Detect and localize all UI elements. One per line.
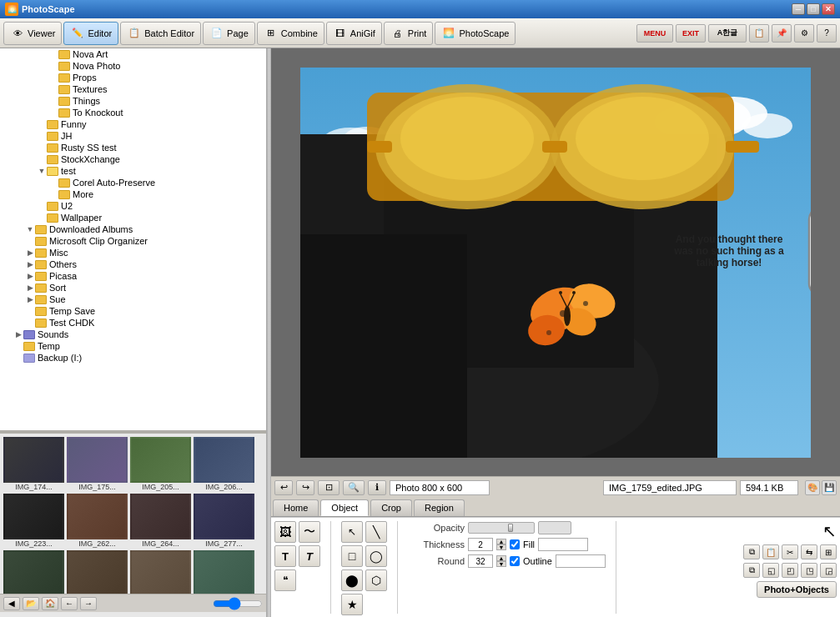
speech-bubble-tool[interactable]: ❝: [274, 569, 296, 591]
editor-button[interactable]: ✏️ Editor: [63, 22, 118, 45]
photoscape-button[interactable]: 🌅 PhotoScape: [435, 22, 516, 45]
redo-button[interactable]: ↪: [296, 480, 314, 495]
thumbnail-item[interactable]: IMG_280...: [3, 550, 64, 594]
tree-item-things[interactable]: Things: [0, 95, 266, 107]
thickness-up[interactable]: ▲: [496, 539, 506, 544]
paste-button[interactable]: 📌: [772, 24, 792, 43]
anigif-button[interactable]: 🎞 AniGif: [326, 22, 382, 45]
thumbnail-item[interactable]: IMG_290...: [67, 550, 128, 594]
viewer-button[interactable]: 👁 Viewer: [3, 22, 62, 45]
tree-item-downloaded-albums[interactable]: ▼ Downloaded Albums: [0, 223, 266, 235]
tree-toggle[interactable]: ▶: [25, 294, 35, 304]
photo-objects-button[interactable]: Photo+Objects: [757, 581, 837, 598]
combine-button[interactable]: ⊞ Combine: [257, 22, 324, 45]
thumb-open[interactable]: 📂: [23, 597, 39, 610]
cut-action-btn[interactable]: ✂: [782, 544, 798, 559]
thumb-forward[interactable]: →: [80, 597, 97, 610]
text-tool[interactable]: T: [274, 545, 296, 567]
thumbnail-item[interactable]: IMG_205...: [130, 437, 191, 491]
flip-action-btn[interactable]: ⇆: [801, 544, 817, 559]
tree-item-wallpaper[interactable]: Wallpaper: [0, 212, 266, 223]
paste-action-btn[interactable]: 📋: [762, 544, 779, 559]
circle-tool[interactable]: ⬤: [341, 569, 363, 591]
batch-editor-button[interactable]: 📋 Batch Editor: [120, 22, 201, 45]
freehand-tool[interactable]: 〜: [299, 521, 320, 543]
action-btn-3[interactable]: ◰: [782, 563, 798, 578]
action-btn-4[interactable]: ◳: [801, 563, 817, 578]
thumbnail-item[interactable]: IMG_174...: [3, 437, 64, 491]
line-tool[interactable]: ╲: [365, 521, 387, 543]
copy-button[interactable]: 📋: [749, 24, 769, 43]
tree-item-backup-i[interactable]: Backup (I:): [0, 352, 266, 364]
color-picker-icon[interactable]: 🎨: [805, 480, 820, 495]
tree-item-more[interactable]: More: [0, 188, 266, 200]
zoom-fit-button[interactable]: ⊡: [318, 480, 340, 495]
thickness-down[interactable]: ▼: [496, 544, 506, 550]
thumbnail-item[interactable]: IMG_175...: [67, 437, 128, 491]
tree-item-sort[interactable]: ▶ Sort: [0, 282, 266, 293]
tab-home[interactable]: Home: [273, 499, 319, 516]
fill-color-picker[interactable]: [538, 538, 588, 551]
thumbnail-item[interactable]: IMG_262...: [67, 494, 128, 548]
tab-region[interactable]: Region: [414, 499, 465, 516]
tree-item-others[interactable]: ▶ Others: [0, 258, 266, 270]
info-button[interactable]: ℹ: [368, 480, 386, 495]
thumbnail-item[interactable]: IMG_277...: [194, 494, 254, 548]
minimize-button[interactable]: ─: [792, 3, 805, 15]
round-input[interactable]: [468, 554, 493, 568]
save-icon[interactable]: 💾: [822, 480, 837, 495]
settings-button[interactable]: ⚙: [794, 24, 814, 43]
tab-crop[interactable]: Crop: [370, 499, 412, 516]
thickness-input[interactable]: [468, 538, 493, 551]
outline-color-picker[interactable]: [556, 554, 606, 568]
tree-item-props[interactable]: Props: [0, 72, 266, 83]
thumb-back[interactable]: ←: [61, 597, 78, 610]
thumb-prev-folder[interactable]: ◀: [3, 597, 20, 610]
ellipse-top-tool[interactable]: ◯: [365, 545, 387, 567]
opacity-slider[interactable]: [468, 522, 535, 534]
tree-toggle[interactable]: ▶: [13, 329, 23, 339]
tree-item-ms-clip[interactable]: Microsoft Clip Organizer: [0, 235, 266, 247]
tree-toggle[interactable]: ▼: [25, 224, 35, 234]
page-button[interactable]: 📄 Page: [203, 22, 255, 45]
tree-toggle[interactable]: ▶: [25, 259, 35, 269]
thumbnail-item[interactable]: IMG_300...: [194, 550, 254, 594]
thumbnail-item[interactable]: IMG_223...: [3, 494, 64, 548]
thumb-size-slider[interactable]: [213, 597, 263, 610]
undo-button[interactable]: ↩: [274, 480, 293, 495]
tree-toggle[interactable]: ▶: [25, 248, 35, 258]
thumb-home[interactable]: 🏠: [42, 597, 58, 610]
select-photo-tool[interactable]: 🖼: [274, 521, 296, 543]
zoom-out-button[interactable]: 🔍: [343, 480, 365, 495]
thumbnail-item[interactable]: IMG_206...: [194, 437, 254, 491]
korean-button[interactable]: A한글: [708, 24, 747, 43]
tree-item-test[interactable]: ▼ test: [0, 165, 266, 177]
tree-item-picasa[interactable]: ▶ Picasa: [0, 270, 266, 282]
action-btn-5[interactable]: ◲: [820, 563, 837, 578]
thumbnail-item[interactable]: IMG_264...: [130, 494, 191, 548]
tree-item-to-knockout[interactable]: To Knockout: [0, 107, 266, 118]
polygon-tool[interactable]: ⬡: [365, 569, 387, 591]
tree-item-sounds[interactable]: ▶ Sounds: [0, 329, 266, 340]
tree-item-funny[interactable]: Funny: [0, 118, 266, 130]
tree-item-sue[interactable]: ▶ Sue: [0, 293, 266, 305]
maximize-button[interactable]: □: [807, 3, 820, 15]
exit-button[interactable]: EXIT: [676, 24, 706, 43]
resize-action-btn[interactable]: ⊞: [820, 544, 837, 559]
tree-item-textures[interactable]: Textures: [0, 83, 266, 95]
tree-item-u2[interactable]: U2: [0, 200, 266, 212]
tree-toggle[interactable]: ▼: [37, 166, 47, 176]
tree-item-nova-photo[interactable]: Nova Photo: [0, 60, 266, 72]
tree-toggle[interactable]: ▶: [25, 283, 35, 293]
tree-toggle[interactable]: ▶: [25, 271, 35, 281]
star-tool[interactable]: ★: [341, 594, 363, 615]
opacity-dropdown[interactable]: [538, 521, 571, 534]
round-down[interactable]: ▼: [496, 561, 506, 567]
close-button[interactable]: ✕: [822, 3, 835, 15]
tree-item-temp[interactable]: Temp: [0, 340, 266, 352]
tree-item-jh[interactable]: JH: [0, 130, 266, 142]
tree-item-test-chdk[interactable]: Test CHDK: [0, 317, 266, 329]
tree-item-temp-save[interactable]: Temp Save: [0, 305, 266, 317]
tree-item-nova-art[interactable]: Nova Art: [0, 48, 266, 60]
thumbnail-item[interactable]: IMG_295...: [130, 550, 191, 594]
